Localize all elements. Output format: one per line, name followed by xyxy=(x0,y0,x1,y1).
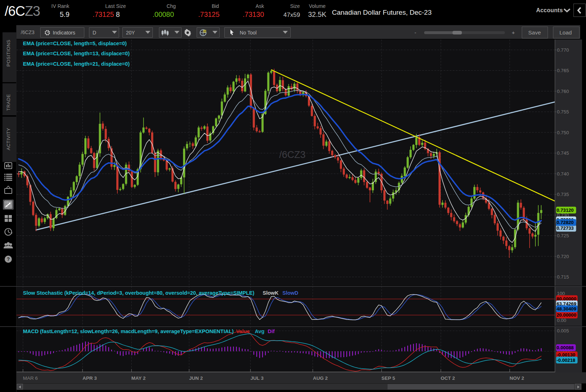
svg-text:20.00000: 20.00000 xyxy=(557,312,576,318)
svg-text:-0.00218: -0.00218 xyxy=(557,358,575,363)
svg-text:0.745: 0.745 xyxy=(557,150,569,156)
svg-text:Value: Value xyxy=(236,328,250,334)
svg-text:Avg: Avg xyxy=(255,328,264,334)
svg-text:0.00: 0.00 xyxy=(557,318,566,323)
svg-text:0.735: 0.735 xyxy=(557,192,569,197)
svg-text:0.755: 0.755 xyxy=(557,109,569,115)
svg-text:48.30409: 48.30409 xyxy=(557,306,576,312)
svg-text:0.750: 0.750 xyxy=(557,130,569,135)
svg-text:0.72733: 0.72733 xyxy=(557,225,574,231)
svg-text:0.72820: 0.72820 xyxy=(557,220,574,225)
svg-text:EMA (price=CLOSE, length=5, di: EMA (price=CLOSE, length=5, displace=0) xyxy=(23,41,127,46)
svg-text:0.715: 0.715 xyxy=(557,274,569,280)
svg-text:0.760: 0.760 xyxy=(557,89,569,94)
svg-text:SlowD: SlowD xyxy=(282,290,298,296)
svg-text:/6CZ3: /6CZ3 xyxy=(279,149,306,160)
svg-text:EMA (price=CLOSE, length=13, d: EMA (price=CLOSE, length=13, displace=0) xyxy=(23,51,130,56)
svg-text:EMA (price=CLOSE, length=21, d: EMA (price=CLOSE, length=21, displace=0) xyxy=(23,61,130,67)
svg-text:0.765: 0.765 xyxy=(557,68,569,73)
svg-text:SlowK: SlowK xyxy=(263,290,279,296)
svg-text:0.005: 0.005 xyxy=(557,328,569,333)
svg-text:Slow Stochastic (kPeriod=14, d: Slow Stochastic (kPeriod=14, dPeriod=3, … xyxy=(23,290,254,296)
svg-text:0.770: 0.770 xyxy=(557,47,569,53)
svg-text:0.720: 0.720 xyxy=(557,254,569,259)
svg-text:0.740: 0.740 xyxy=(557,171,569,177)
svg-text:0.00088: 0.00088 xyxy=(557,345,574,350)
svg-text:0.73120: 0.73120 xyxy=(557,207,574,213)
svg-text:0.725: 0.725 xyxy=(557,233,569,238)
svg-text:Dif: Dif xyxy=(268,328,275,334)
svg-text:MACD (fastLength=12, slowLengt: MACD (fastLength=12, slowLength=26, macd… xyxy=(23,328,234,334)
